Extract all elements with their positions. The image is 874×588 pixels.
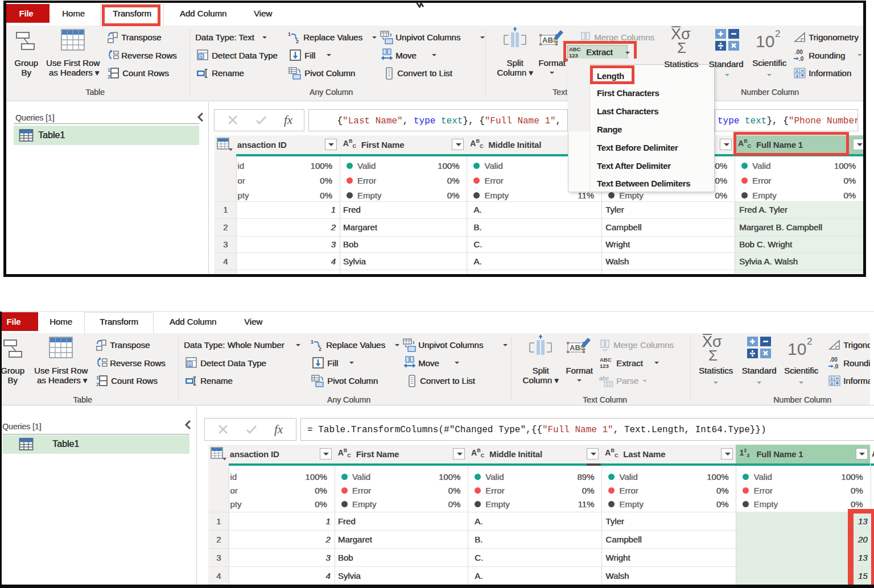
- svg-text:3: 3: [831, 380, 833, 386]
- svg-text:.00: .00: [830, 357, 838, 363]
- svg-text:1: 1: [96, 375, 99, 380]
- svg-text:Σ: Σ: [708, 347, 718, 363]
- svg-text:10: 10: [788, 339, 806, 358]
- svg-text:123: 123: [569, 52, 578, 59]
- svg-text:?: ?: [188, 362, 191, 367]
- svg-text:ABC: ABC: [600, 357, 612, 363]
- svg-text:?: ?: [200, 55, 203, 60]
- svg-text:2: 2: [775, 28, 780, 39]
- svg-text:abc: abc: [599, 375, 609, 382]
- svg-text:2: 2: [108, 74, 110, 80]
- svg-text:.0: .0: [834, 363, 839, 370]
- svg-text:2: 2: [96, 382, 99, 387]
- svg-text:1: 1: [288, 31, 291, 37]
- svg-text:1: 1: [108, 67, 110, 73]
- svg-text:2: 2: [807, 336, 812, 347]
- svg-text:ABC: ABC: [569, 46, 581, 52]
- svg-text:1: 1: [311, 339, 314, 345]
- svg-text:123: 123: [600, 363, 609, 369]
